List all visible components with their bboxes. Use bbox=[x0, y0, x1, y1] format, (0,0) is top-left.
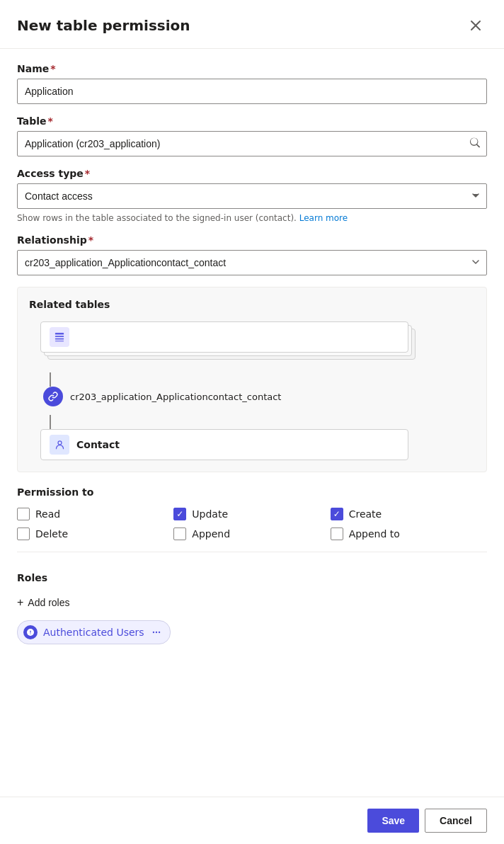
add-roles-button[interactable]: + Add roles bbox=[17, 593, 70, 612]
diagram-area: cr203_application_Applicationcontact_con… bbox=[29, 321, 475, 460]
roles-title: Roles bbox=[17, 572, 487, 583]
svg-rect-0 bbox=[55, 333, 64, 335]
learn-more-link[interactable]: Learn more bbox=[299, 213, 348, 223]
svg-rect-2 bbox=[55, 338, 64, 340]
table-search-wrapper bbox=[17, 131, 487, 156]
related-tables-box: Related tables bbox=[17, 287, 487, 472]
permission-update: Update bbox=[173, 508, 330, 520]
name-input[interactable] bbox=[17, 79, 487, 104]
info-icon bbox=[26, 628, 35, 637]
create-label: Create bbox=[349, 508, 382, 520]
dialog-title: New table permission bbox=[17, 17, 190, 34]
dialog-header: New table permission bbox=[0, 0, 504, 49]
card-stack-3 bbox=[40, 321, 408, 353]
access-type-select-wrapper: Contact access Global access Self access bbox=[17, 183, 487, 209]
read-checkbox[interactable] bbox=[17, 508, 30, 520]
svg-point-4 bbox=[58, 440, 62, 444]
delete-checkbox[interactable] bbox=[17, 528, 30, 540]
roles-section: Roles + Add roles Authenticated Users bbox=[17, 572, 487, 644]
access-type-required-star: * bbox=[85, 168, 90, 179]
person-icon bbox=[55, 440, 65, 450]
svg-rect-1 bbox=[55, 336, 64, 337]
permissions-title: Permission to bbox=[17, 486, 487, 498]
access-type-label: Access type * bbox=[17, 168, 487, 179]
stacked-cards bbox=[40, 321, 423, 364]
permission-read: Read bbox=[17, 508, 173, 520]
new-table-permission-dialog: New table permission Name * Table * bbox=[0, 0, 504, 844]
relationship-field-group: Relationship * cr203_application_Applica… bbox=[17, 234, 487, 275]
contact-card: Contact bbox=[40, 429, 408, 460]
table-label: Table * bbox=[17, 115, 487, 127]
role-chip-authenticated-users: Authenticated Users bbox=[17, 620, 171, 644]
delete-label: Delete bbox=[35, 528, 68, 540]
role-chip-icon bbox=[23, 625, 38, 639]
permission-append: Append bbox=[173, 528, 330, 540]
table-icon bbox=[55, 332, 64, 342]
permission-create: Create bbox=[331, 508, 487, 520]
save-button[interactable]: Save bbox=[367, 809, 419, 833]
relationship-required-star: * bbox=[88, 234, 93, 246]
update-label: Update bbox=[192, 508, 228, 520]
permissions-section: Permission to Read Update Create Delete bbox=[17, 486, 487, 546]
access-type-helper: Show rows in the table associated to the… bbox=[17, 213, 487, 223]
append-checkbox[interactable] bbox=[173, 528, 186, 540]
access-type-field-group: Access type * Contact access Global acce… bbox=[17, 168, 487, 223]
ellipsis-icon bbox=[151, 627, 161, 637]
dialog-body: Name * Table * Access t bbox=[0, 49, 504, 797]
connector-line-top bbox=[50, 372, 51, 387]
plus-icon: + bbox=[17, 596, 23, 609]
cancel-button[interactable]: Cancel bbox=[425, 809, 487, 833]
connector-line-bottom bbox=[50, 415, 51, 429]
create-checkbox[interactable] bbox=[331, 508, 343, 520]
link-icon bbox=[48, 392, 58, 401]
related-tables-title: Related tables bbox=[29, 299, 475, 310]
append-to-label: Append to bbox=[349, 528, 400, 540]
relationship-select[interactable]: cr203_application_Applicationcontact_con… bbox=[17, 250, 487, 275]
name-required-star: * bbox=[50, 63, 55, 74]
append-label: Append bbox=[192, 528, 230, 540]
relationship-label: Relationship * bbox=[17, 234, 487, 246]
name-label: Name * bbox=[17, 63, 487, 74]
read-label: Read bbox=[35, 508, 60, 520]
section-divider bbox=[17, 552, 487, 552]
svg-point-8 bbox=[159, 632, 160, 633]
dialog-footer: Save Cancel bbox=[0, 797, 504, 844]
role-chip-menu-button[interactable] bbox=[150, 627, 163, 637]
permissions-grid: Read Update Create Delete Append bbox=[17, 508, 487, 540]
access-type-select[interactable]: Contact access Global access Self access bbox=[17, 183, 487, 209]
permission-append-to: Append to bbox=[331, 528, 487, 540]
card-stack-icon-3 bbox=[50, 327, 69, 347]
relationship-icon bbox=[43, 387, 63, 406]
table-search-input[interactable] bbox=[17, 131, 487, 156]
contact-icon bbox=[50, 435, 69, 455]
add-roles-label: Add roles bbox=[28, 597, 69, 608]
append-to-checkbox[interactable] bbox=[331, 528, 343, 540]
close-button[interactable] bbox=[464, 14, 487, 37]
relationship-select-wrapper: cr203_application_Applicationcontact_con… bbox=[17, 250, 487, 275]
contact-label: Contact bbox=[76, 439, 120, 450]
name-field-group: Name * bbox=[17, 63, 487, 104]
permission-delete: Delete bbox=[17, 528, 173, 540]
update-checkbox[interactable] bbox=[173, 508, 186, 520]
svg-point-6 bbox=[152, 632, 154, 633]
relationship-name: cr203_application_Applicationcontact_con… bbox=[70, 392, 281, 402]
svg-point-7 bbox=[155, 632, 156, 633]
role-chip-label: Authenticated Users bbox=[43, 627, 144, 638]
table-field-group: Table * bbox=[17, 115, 487, 156]
relationship-row: cr203_application_Applicationcontact_con… bbox=[40, 387, 281, 406]
table-required-star: * bbox=[48, 115, 53, 127]
svg-rect-3 bbox=[55, 341, 64, 341]
close-icon bbox=[470, 20, 481, 31]
